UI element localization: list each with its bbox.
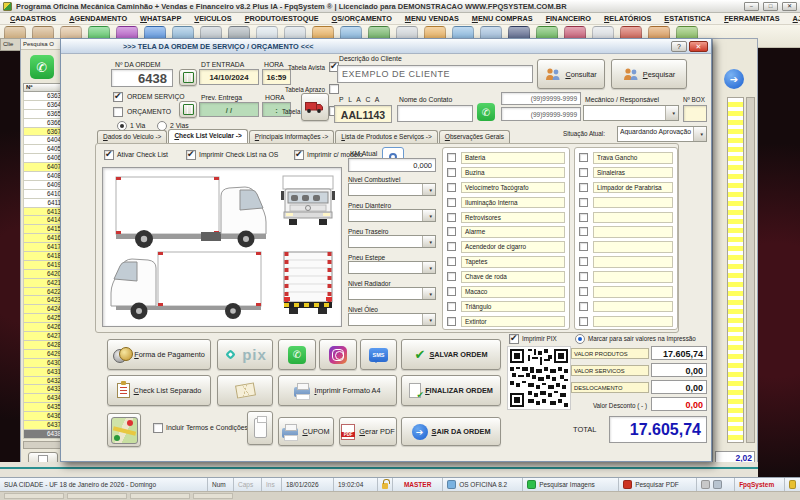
delivery-date-field[interactable]: / / — [199, 102, 259, 117]
checklist-item-checkbox[interactable] — [447, 287, 456, 296]
minimize-button[interactable]: − — [744, 2, 759, 11]
salvar-ordem-button[interactable]: ✔SALVAR ORDEM — [401, 339, 501, 370]
termos-checkbox[interactable] — [153, 423, 163, 433]
checklist-item-field[interactable] — [593, 241, 673, 253]
close-button[interactable]: ✕ — [782, 2, 797, 11]
orcamento-checkbox[interactable] — [113, 107, 123, 117]
menu-item[interactable]: AGENDAMENTO — [63, 13, 133, 24]
contact-name-field[interactable] — [397, 105, 473, 122]
order-row[interactable]: 6429 — [23, 350, 65, 359]
order-row[interactable]: 6417 — [23, 243, 65, 252]
order-row[interactable]: 6411 — [23, 199, 65, 208]
order-row[interactable]: 6432 — [23, 377, 65, 386]
order-row[interactable]: 6415 — [23, 225, 65, 234]
exit-arrow-icon[interactable]: ➔ — [724, 69, 744, 89]
checklist-item-checkbox[interactable] — [447, 242, 456, 251]
order-row[interactable]: 6406 — [23, 154, 65, 163]
checklist-item-checkbox[interactable] — [579, 168, 588, 177]
order-row[interactable]: 6364 — [23, 101, 65, 110]
finalizar-ordem-button[interactable]: FINALIZAR ORDEM — [401, 375, 501, 406]
order-row[interactable]: 6405 — [23, 145, 65, 154]
imprimir-pix-checkbox[interactable] — [509, 334, 519, 344]
checklist-item-field[interactable] — [593, 301, 673, 313]
order-row[interactable]: 6367 — [23, 128, 65, 137]
checklist-separado-button[interactable]: Check List Separado — [107, 375, 211, 406]
level-dropdown[interactable] — [348, 209, 436, 222]
order-row[interactable]: 6428 — [23, 341, 65, 350]
checklist-item-checkbox[interactable] — [579, 242, 588, 251]
calendar-entry-button[interactable] — [179, 69, 197, 86]
map-button[interactable] — [107, 413, 141, 447]
tab-pesquisa-os[interactable]: Pesquisa O — [21, 39, 65, 50]
checklist-item-checkbox[interactable] — [447, 153, 456, 162]
box-number-field[interactable] — [683, 105, 707, 122]
checklist-item-field[interactable] — [593, 226, 673, 238]
tab-clientes[interactable]: Clie — [0, 38, 21, 51]
imprimir-modelo-checkbox[interactable] — [294, 150, 304, 160]
checklist-item-checkbox[interactable] — [447, 317, 456, 326]
checklist-item-field[interactable] — [593, 271, 673, 283]
order-row[interactable]: 6435 — [23, 403, 65, 412]
gerar-pdf-button[interactable]: Gerar PDF — [339, 417, 397, 446]
maximize-button[interactable]: □ — [763, 2, 778, 11]
background-vscrollbar[interactable] — [746, 97, 755, 443]
checklist-item-field[interactable]: Acendedor de cigarro — [461, 241, 565, 253]
checklist-item-field[interactable]: Chave de roda — [461, 271, 565, 283]
placa-field[interactable]: AAL1143 — [334, 105, 392, 123]
mechanic-dropdown[interactable] — [583, 105, 679, 121]
order-row[interactable]: 6434 — [23, 394, 65, 403]
checklist-item-checkbox[interactable] — [579, 213, 588, 222]
order-row[interactable]: 6430 — [23, 359, 65, 368]
checklist-item-checkbox[interactable] — [447, 198, 456, 207]
ativar-checklist-checkbox[interactable] — [104, 150, 114, 160]
checklist-item-field[interactable]: Tapetes — [461, 256, 565, 268]
dialog-close-button[interactable]: ✕ — [689, 41, 708, 52]
valores-impressao-radio[interactable] — [575, 334, 585, 344]
pix-button[interactable]: pix — [217, 339, 273, 370]
checklist-item-checkbox[interactable] — [579, 227, 588, 236]
checklist-item-field[interactable] — [593, 197, 673, 209]
truck-button[interactable] — [301, 93, 329, 121]
tab[interactable]: Lista de Produtos e Serviços -> — [335, 130, 438, 143]
checklist-item-field[interactable]: Limpador de Parabrisa — [593, 182, 673, 194]
checklist-item-checkbox[interactable] — [447, 227, 456, 236]
checklist-item-field[interactable] — [593, 256, 673, 268]
whatsapp-icon[interactable]: ✆ — [30, 55, 54, 79]
order-row[interactable]: 6421 — [23, 279, 65, 288]
pesquisar-button[interactable]: Pesquisar — [611, 59, 687, 89]
checklist-item-field[interactable] — [593, 212, 673, 224]
situation-dropdown[interactable]: Aguardando Aprovação — [617, 126, 707, 142]
order-number-field[interactable]: 6438 — [111, 69, 173, 87]
orders-hscrollbar[interactable] — [23, 441, 65, 449]
menu-item[interactable]: FERRAMENTAS — [718, 13, 785, 24]
checklist-item-checkbox[interactable] — [579, 183, 588, 192]
checklist-item-checkbox[interactable] — [579, 257, 588, 266]
checklist-item-field[interactable]: Triângulo — [461, 301, 565, 313]
order-row[interactable]: 6407 — [23, 163, 65, 172]
order-row[interactable]: 6408 — [23, 172, 65, 181]
checklist-item-checkbox[interactable] — [447, 183, 456, 192]
order-row[interactable]: 6426 — [23, 323, 65, 332]
km-field[interactable]: 0,000 — [348, 158, 436, 172]
order-row[interactable]: 6414 — [23, 216, 65, 225]
checklist-item-field[interactable] — [593, 286, 673, 298]
level-dropdown[interactable] — [348, 261, 436, 274]
checklist-item-checkbox[interactable] — [579, 302, 588, 311]
order-row[interactable]: 6433 — [23, 385, 65, 394]
tab[interactable]: Check List Veicular -> — [168, 129, 247, 143]
cupom-button[interactable]: CUPOM — [278, 417, 334, 446]
level-dropdown[interactable] — [348, 183, 436, 196]
dialog-help-button[interactable]: ? — [671, 41, 687, 52]
order-row[interactable]: 6365 — [23, 110, 65, 119]
level-dropdown[interactable] — [348, 313, 436, 326]
checklist-item-field[interactable]: Velocímetro Tacógrafo — [461, 182, 565, 194]
checklist-item-field[interactable]: Buzina — [461, 167, 565, 179]
menu-item[interactable]: ESTATISTICA — [658, 13, 717, 24]
checklist-item-checkbox[interactable] — [447, 257, 456, 266]
order-row[interactable]: 6431 — [23, 368, 65, 377]
order-row[interactable]: 6409 — [23, 181, 65, 190]
entry-time-field[interactable]: 16:59 — [262, 69, 291, 85]
order-row[interactable]: 6366 — [23, 119, 65, 128]
checklist-item-checkbox[interactable] — [447, 213, 456, 222]
checklist-item-checkbox[interactable] — [579, 287, 588, 296]
